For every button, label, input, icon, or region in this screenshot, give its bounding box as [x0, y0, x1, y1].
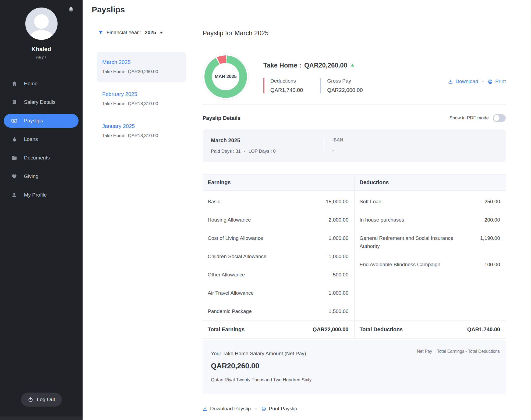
sidebar-item-label: Home [24, 81, 38, 87]
earning-row: Basic15,000.00 [203, 193, 354, 211]
net-pay-box: Your Take Home Salary Amount (Net Pay) Q… [203, 340, 506, 394]
donut-chart: MAR 2025 [203, 54, 249, 100]
paid-days: Paid Days : 31 [211, 149, 241, 154]
lop-days: LOP Days : 0 [249, 149, 276, 154]
iban-label: IBAN [332, 137, 506, 143]
toggle-knob [494, 115, 500, 121]
person-icon [11, 192, 17, 198]
sidebar-item-label: My Profile [24, 192, 47, 198]
deductions-stat: Deductions QAR1,740.00 [263, 78, 303, 93]
sidebar-item-my-profile[interactable]: My Profile [0, 188, 83, 202]
home-icon [11, 80, 17, 87]
gross-pay-label: Gross Pay [327, 78, 363, 84]
pdf-mode-label: Show in PDF mode [449, 115, 489, 121]
deductions-column: Deductions Soft Loan250.00 In house purc… [354, 174, 506, 339]
month-label: February 2025 [102, 91, 180, 97]
dot-separator: • [255, 407, 257, 411]
sidebar-item-label: Documents [24, 155, 50, 161]
payslip-title: Payslip for March 2025 [203, 29, 506, 37]
power-icon [28, 397, 33, 403]
earning-row: Housing Allowance2,000.00 [203, 211, 354, 229]
print-payslip-label: Print Payslip [269, 406, 297, 412]
earnings-deductions-table: Earnings Basic15,000.00 Housing Allowanc… [203, 174, 506, 339]
deduction-row: End Avoidable Blindness Campaign100.00 [355, 255, 506, 274]
user-name: Khaled [0, 46, 83, 53]
sidebar-item-label: Salary Details [24, 99, 55, 105]
sidebar-item-loans[interactable]: Loans [0, 132, 83, 146]
payroll-app: Khaled 6577 Home Salary Details Payslips… [0, 0, 531, 420]
log-out-button[interactable]: Log Out [21, 393, 62, 407]
month-take-home: Take Home: QAR20,260.00 [102, 69, 180, 74]
total-deductions-value: QAR1,740.00 [467, 326, 500, 333]
sidebar-item-salary-details[interactable]: Salary Details [0, 95, 83, 109]
user-id: 6577 [0, 55, 83, 60]
donut-center-label: MAR 2025 [212, 63, 239, 90]
earning-row: Children Social Allowance1,000.00 [203, 247, 354, 266]
divider [203, 104, 506, 105]
notifications-bell-icon[interactable] [68, 6, 74, 12]
log-out-label: Log Out [37, 397, 55, 403]
earnings-column: Earnings Basic15,000.00 Housing Allowanc… [203, 174, 354, 339]
month-item-january[interactable]: January 2025 Take Home: QAR18,310.00 [97, 116, 186, 146]
month-take-home: Take Home: QAR18,310.00 [102, 101, 180, 106]
sidebar-item-label: Loans [24, 136, 38, 142]
main-area: Payslips Financial Year : 2025 March 202… [83, 0, 531, 420]
sidebar-item-home[interactable]: Home [0, 77, 83, 91]
banknote-icon [11, 118, 17, 124]
print-payslip-link[interactable]: Print Payslip [261, 406, 297, 412]
take-home-label: Take Home : [263, 62, 301, 69]
download-icon [448, 79, 453, 84]
total-deductions-label: Total Deductions [360, 326, 403, 333]
sidebar-footer-strip [0, 417, 83, 420]
page-title: Payslips [92, 5, 125, 14]
money-bag-icon [11, 136, 17, 143]
download-label: Download [455, 79, 478, 84]
dot-separator: • [244, 149, 245, 154]
total-earnings-value: QAR22,000.00 [313, 326, 348, 333]
sidebar: Khaled 6577 Home Salary Details Payslips… [0, 0, 83, 420]
avatar[interactable] [25, 8, 58, 40]
deductions-value: QAR1,740.00 [270, 87, 303, 93]
download-icon [203, 406, 208, 411]
sidebar-item-payslips[interactable]: Payslips [4, 114, 79, 128]
total-earnings-label: Total Earnings [208, 326, 245, 333]
filter-label: Financial Year : [107, 30, 141, 35]
heart-icon [11, 173, 17, 180]
month-item-february[interactable]: February 2025 Take Home: QAR18,310.00 [97, 84, 186, 114]
earnings-header: Earnings [203, 174, 354, 191]
printer-icon [261, 406, 266, 411]
net-pay-words: Qatari Riyal Twenty Thousand Two Hundred… [211, 377, 498, 383]
iban-value: - [332, 148, 506, 154]
total-deductions-row: Total Deductions QAR1,740.00 [355, 321, 506, 339]
month-label: March 2025 [102, 59, 180, 65]
earning-row: Air Travel Allowance1,000.00 [203, 284, 354, 302]
print-link[interactable]: Print [488, 79, 506, 84]
take-home-value: QAR20,260.00 [304, 62, 347, 69]
star-icon [350, 63, 355, 68]
caret-down-icon [160, 32, 163, 34]
pdf-mode-toggle[interactable] [493, 114, 506, 122]
sidebar-item-label: Payslips [24, 118, 43, 124]
salary-details-icon [11, 99, 17, 105]
financial-year-filter[interactable]: Financial Year : 2025 [92, 30, 186, 35]
earning-row: Cost of Living Allowance1,000.00 [203, 229, 354, 247]
sidebar-item-documents[interactable]: Documents [0, 151, 83, 165]
sidebar-item-giving[interactable]: Giving [0, 169, 83, 183]
month-list-panel: Financial Year : 2025 March 2025 Take Ho… [92, 19, 186, 420]
summary-month: March 2025 [211, 137, 324, 144]
month-item-march[interactable]: March 2025 Take Home: QAR20,260.00 [97, 52, 186, 82]
gross-pay-stat: Gross Pay QAR22,000.00 [320, 78, 363, 93]
download-link[interactable]: Download [448, 79, 478, 84]
deduction-row: Soft Loan250.00 [355, 193, 506, 211]
deduction-row: In house purchases200.00 [355, 211, 506, 229]
gross-pay-value: QAR22,000.00 [327, 87, 363, 93]
month-label: January 2025 [102, 123, 180, 129]
filter-value: 2025 [145, 30, 156, 35]
net-pay-formula: Net Pay = Total Earnings - Total Deducti… [417, 349, 500, 354]
earning-row: Other Allowance500.00 [203, 266, 354, 284]
filter-funnel-icon [98, 30, 103, 35]
deductions-label: Deductions [270, 78, 303, 84]
sidebar-item-label: Giving [24, 173, 38, 179]
earning-row: Pandemic Package1,500.00 [203, 302, 354, 321]
download-payslip-link[interactable]: Download Payslip [203, 406, 251, 412]
